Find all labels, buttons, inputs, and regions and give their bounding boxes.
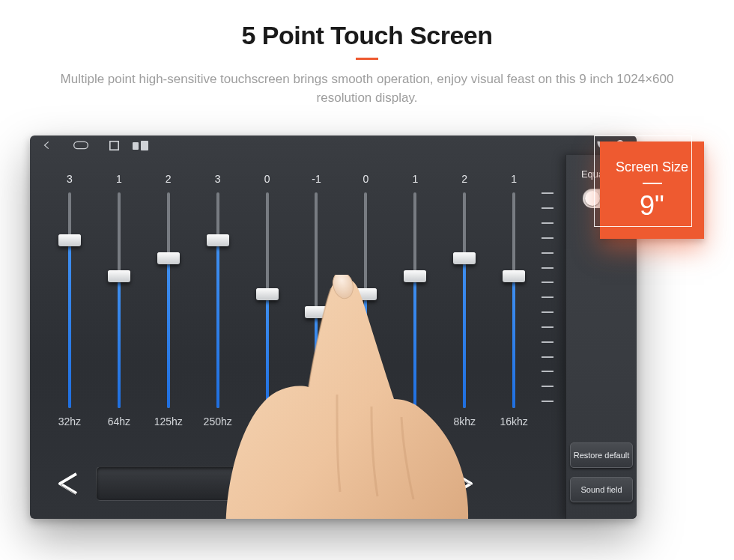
eq-band-2khz[interactable]: 02khz — [342, 173, 389, 427]
scale-tick — [542, 371, 553, 372]
eq-slider-fill — [413, 282, 416, 408]
preset-selector: Rock — [46, 465, 485, 502]
eq-slider-track[interactable] — [512, 192, 515, 408]
recent-icon[interactable] — [109, 141, 119, 150]
eq-frequency-label: 125hz — [154, 416, 183, 427]
eq-slider-fill — [68, 246, 71, 408]
eq-slider-fill — [463, 264, 466, 408]
sound-field-button[interactable]: Sound field — [570, 477, 633, 502]
scale-tick — [542, 326, 553, 328]
scale-tick — [542, 222, 553, 224]
eq-frequency-label: 8khz — [453, 416, 476, 427]
eq-band-4khz[interactable]: 14khz — [392, 173, 438, 427]
eq-slider-thumb[interactable] — [157, 252, 180, 264]
eq-band-1khz[interactable]: -11khz — [294, 173, 340, 427]
eq-slider-track[interactable] — [167, 192, 170, 408]
page-subtitle: Multiple point high-sensitive touchscree… — [60, 70, 674, 107]
eq-band-250hz[interactable]: 3250hz — [195, 173, 241, 427]
eq-slider-thumb[interactable] — [404, 270, 426, 282]
eq-slider-thumb[interactable] — [503, 270, 525, 282]
eq-slider-track[interactable] — [364, 192, 367, 408]
eq-frequency-label: 1khz — [306, 416, 328, 427]
svg-rect-3 — [141, 141, 148, 150]
eq-slider-track[interactable] — [266, 192, 269, 408]
eq-slider-track[interactable] — [463, 192, 466, 408]
preset-name[interactable]: Rock — [96, 466, 435, 501]
equalizer-scale — [537, 173, 556, 427]
badge-divider — [643, 183, 662, 184]
eq-band-125hz[interactable]: 2125hz — [145, 173, 192, 427]
eq-frequency-label: 250hz — [204, 416, 232, 427]
eq-gain-value: 1 — [412, 173, 418, 188]
screen-size-badge: Screen Size 9" — [600, 141, 704, 239]
svg-rect-1 — [110, 141, 118, 150]
svg-rect-0 — [74, 142, 88, 149]
eq-gain-value: 1 — [116, 173, 122, 188]
scale-tick — [542, 401, 553, 402]
eq-slider-fill — [167, 264, 170, 408]
device-stage: 332hz164hz2125hz3250hz0500hz-11khz02khz1… — [30, 136, 704, 519]
scale-tick — [542, 296, 553, 298]
eq-slider-fill — [216, 246, 219, 408]
eq-gain-value: 0 — [363, 173, 368, 188]
badge-value: 9" — [640, 190, 664, 222]
eq-slider-thumb[interactable] — [305, 306, 327, 318]
android-status-bar — [30, 136, 637, 155]
eq-band-500hz[interactable]: 0500hz — [244, 173, 291, 427]
eq-gain-value: 1 — [511, 173, 517, 188]
eq-slider-track[interactable] — [216, 192, 219, 408]
eq-frequency-label: 16khz — [500, 416, 527, 427]
scale-tick — [542, 356, 553, 358]
svg-rect-2 — [133, 142, 139, 150]
eq-gain-value: 3 — [67, 173, 73, 188]
eq-frequency-label: 32hz — [58, 416, 81, 427]
eq-slider-thumb[interactable] — [58, 234, 81, 246]
title-underline — [356, 58, 378, 60]
eq-slider-thumb[interactable] — [256, 288, 279, 300]
eq-band-64hz[interactable]: 164hz — [96, 173, 142, 427]
preset-next-button[interactable] — [441, 465, 485, 502]
eq-gain-value: 3 — [215, 173, 221, 188]
eq-band-16khz[interactable]: 116khz — [491, 173, 537, 427]
scale-tick — [542, 252, 553, 254]
scale-tick — [542, 237, 553, 239]
device-screen: 332hz164hz2125hz3250hz0500hz-11khz02khz1… — [30, 136, 637, 519]
page-title: 5 Point Touch Screen — [30, 21, 704, 50]
back-icon[interactable] — [42, 140, 52, 150]
eq-slider-track[interactable] — [315, 192, 318, 408]
scale-tick — [542, 311, 553, 313]
eq-slider-thumb[interactable] — [354, 288, 377, 300]
eq-gain-value: -1 — [312, 173, 321, 188]
scale-tick — [542, 207, 553, 209]
scale-tick — [542, 386, 553, 387]
eq-slider-fill — [364, 300, 367, 408]
scale-tick — [542, 341, 553, 343]
scale-tick — [542, 281, 553, 283]
equalizer-panel: 332hz164hz2125hz3250hz0500hz-11khz02khz1… — [30, 155, 565, 519]
eq-gain-value: 2 — [166, 173, 172, 188]
scale-tick — [542, 267, 553, 269]
eq-slider-fill — [315, 318, 318, 408]
eq-slider-fill — [118, 282, 121, 408]
eq-slider-fill — [266, 300, 269, 408]
eq-band-32hz[interactable]: 332hz — [46, 173, 93, 427]
eq-slider-thumb[interactable] — [108, 270, 130, 282]
eq-frequency-label: 500hz — [253, 416, 282, 427]
home-icon[interactable] — [73, 141, 88, 150]
eq-slider-track[interactable] — [413, 192, 416, 408]
eq-gain-value: 2 — [461, 173, 467, 188]
scale-tick — [542, 192, 553, 194]
eq-frequency-label: 2khz — [355, 416, 377, 427]
eq-slider-thumb[interactable] — [453, 252, 476, 264]
badge-title: Screen Size — [616, 159, 688, 175]
eq-band-8khz[interactable]: 28khz — [441, 173, 488, 427]
preset-prev-button[interactable] — [46, 465, 90, 502]
eq-slider-track[interactable] — [68, 192, 71, 408]
sd-card-icon — [133, 141, 149, 150]
restore-default-button[interactable]: Restore default — [570, 442, 633, 468]
eq-slider-track[interactable] — [118, 192, 121, 408]
eq-slider-thumb[interactable] — [207, 234, 229, 246]
eq-slider-fill — [512, 282, 515, 408]
eq-frequency-label: 64hz — [108, 416, 130, 427]
eq-frequency-label: 4khz — [404, 416, 427, 427]
